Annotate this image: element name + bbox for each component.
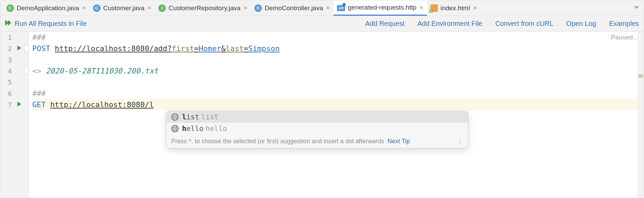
footer-text: Press ^. to choose the selected (or firs… — [171, 138, 384, 145]
add-request-link[interactable]: Add Request — [365, 20, 405, 28]
run-all-button[interactable]: Run All Requests in File — [5, 20, 87, 28]
fold-marker-icon[interactable] — [24, 45, 29, 52]
class-icon: C — [254, 4, 262, 12]
tab-label: Customer.java — [103, 4, 144, 12]
interface-icon: I — [158, 4, 166, 12]
tab-customerrepository[interactable]: I CustomerRepository.java ✕ — [155, 0, 251, 16]
tab-label: DemoController.java — [265, 4, 323, 12]
query-value: Homer — [199, 44, 221, 53]
close-icon[interactable]: ✕ — [326, 5, 330, 11]
class-icon: C — [93, 4, 101, 12]
globe-icon — [171, 113, 179, 121]
http-url: http://localhost:8080/l — [50, 100, 154, 109]
convert-from-curl-link[interactable]: Convert from cURL — [495, 20, 553, 28]
run-all-label: Run All Requests in File — [15, 20, 87, 28]
response-file: 2020-05-28T111030.200.txt — [46, 67, 158, 75]
run-request-icon[interactable] — [17, 101, 22, 108]
tab-customer[interactable]: C Customer.java ✕ — [90, 0, 155, 16]
close-icon[interactable]: ✕ — [473, 5, 477, 11]
editor-tab-bar: C DemoApplication.java ✕ C Customer.java… — [0, 0, 644, 16]
close-icon[interactable]: ✕ — [243, 5, 248, 11]
editor-status: Paused... — [611, 34, 638, 41]
next-tip-link[interactable]: Next Tip — [388, 138, 410, 145]
code-text: ### — [32, 89, 46, 98]
html-file-icon: H — [430, 4, 438, 12]
line-number: 2 — [4, 45, 12, 53]
close-icon[interactable]: ✕ — [82, 5, 86, 11]
line-number: 5 — [4, 78, 12, 86]
globe-icon — [171, 125, 179, 132]
run-all-icon — [5, 20, 12, 28]
autocomplete-popup: listlist hellohello Press ^. to choose t… — [166, 111, 468, 148]
tab-label: index.html — [441, 4, 470, 12]
query-param: first — [172, 44, 194, 53]
code-text: ### — [32, 33, 46, 42]
http-method: GET — [32, 100, 46, 109]
gutter: 1 2 3 4 5 6 7 — [0, 32, 29, 198]
match-bold: l — [182, 113, 186, 121]
close-icon[interactable]: ✕ — [147, 5, 151, 11]
line-number: 6 — [4, 89, 12, 98]
match-bold: h — [182, 125, 186, 133]
query-param: last — [226, 44, 244, 53]
editor-area: 1 2 3 4 5 6 7 Paused... ### POST http://… — [0, 32, 644, 198]
line-number: 1 — [4, 33, 12, 42]
response-marker: <> — [32, 67, 46, 75]
autocomplete-item[interactable]: hellohello — [166, 123, 468, 134]
scrollbar-marker — [638, 74, 643, 78]
run-request-icon[interactable] — [17, 45, 22, 52]
line-number: 7 — [4, 101, 12, 109]
match-hint: list — [201, 113, 219, 121]
http-url: http://localhost:8080/add? — [55, 44, 172, 53]
tab-label: DemoApplication.java — [17, 4, 79, 12]
close-icon[interactable]: ✕ — [419, 4, 424, 11]
match-hint: hello — [205, 125, 227, 133]
add-environment-file-link[interactable]: Add Environment File — [417, 20, 482, 28]
fold-marker-icon[interactable] — [24, 67, 29, 74]
tab-label: CustomerRepository.java — [168, 4, 240, 12]
tab-democontroller[interactable]: C DemoController.java ✕ — [251, 0, 334, 16]
code-content[interactable]: Paused... ### POST http://localhost:8080… — [29, 32, 644, 198]
tab-generated-requests[interactable]: API generated-requests.http ✕ — [334, 0, 427, 16]
tab-index-html[interactable]: H index.html ✕ — [427, 0, 481, 16]
line-number: 4 — [4, 67, 12, 75]
match-rest: ello — [186, 125, 204, 133]
vertical-scrollbar[interactable] — [638, 32, 644, 198]
autocomplete-footer: Press ^. to choose the selected (or firs… — [166, 134, 468, 148]
examples-link[interactable]: Examples — [609, 20, 639, 28]
open-log-link[interactable]: Open Log — [566, 20, 596, 28]
http-file-icon: API — [337, 4, 345, 11]
line-number: 3 — [4, 56, 12, 64]
http-method: POST — [32, 44, 50, 53]
class-icon: C — [6, 4, 14, 12]
more-options-icon[interactable]: ⋮ — [457, 137, 463, 145]
autocomplete-item[interactable]: listlist — [166, 111, 468, 123]
tab-demoapplication[interactable]: C DemoApplication.java ✕ — [3, 0, 90, 16]
query-value: Simpson — [248, 44, 280, 53]
tab-label: generated-requests.http — [348, 4, 416, 11]
match-rest: ist — [186, 113, 199, 121]
http-toolbar: Run All Requests in File Add Request Add… — [0, 16, 644, 32]
more-tabs-icon[interactable] — [629, 4, 644, 12]
